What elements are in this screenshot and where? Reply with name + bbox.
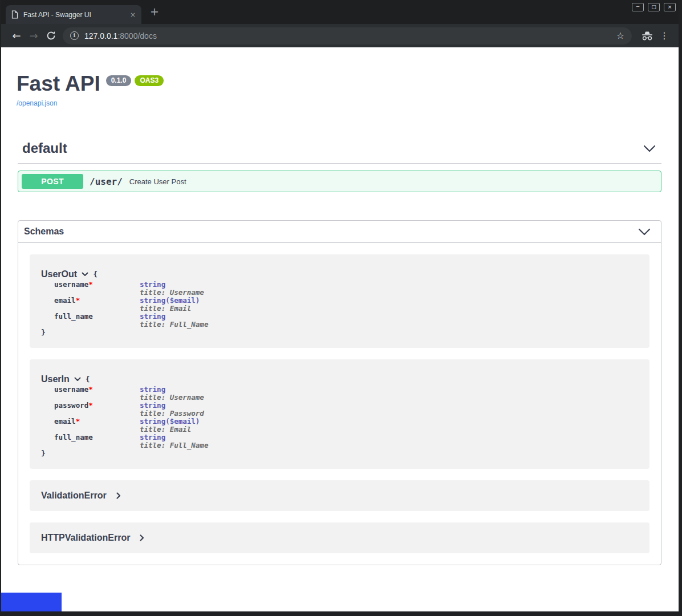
schemas-section: Schemas UserOut { [18, 220, 661, 565]
schema-name: ValidationError [41, 491, 107, 501]
property-name: full_name [54, 313, 140, 329]
schema-property: email* string($email)title: Email [54, 418, 638, 433]
url-host: 127.0.0.1 [84, 31, 117, 40]
api-info: Fast API 0.1.0 OAS3 [17, 72, 663, 95]
schema-property: full_name stringtitle: Full_Name [54, 313, 638, 329]
schema-name: HTTPValidationError [41, 533, 130, 543]
url-path: :8000/docs [117, 31, 157, 40]
page-title: Fast API [17, 72, 100, 95]
tab-title: Fast API - Swagger UI [23, 11, 125, 19]
open-brace: { [93, 270, 98, 278]
schema-property: full_name stringtitle: Full_Name [54, 433, 638, 449]
property-name: full_name [54, 433, 140, 449]
property-type: string [140, 313, 208, 321]
required-star: * [88, 385, 93, 394]
property-title: title: Username [140, 289, 204, 297]
bookmark-star-icon[interactable]: ☆ [616, 30, 624, 41]
schema-card-httpvalidationerror[interactable]: HTTPValidationError [30, 522, 649, 553]
openapi-spec-link[interactable]: /openapi.json [17, 99, 57, 107]
chevron-right-icon [116, 492, 121, 499]
address-bar[interactable]: i 127.0.0.1:8000/docs ☆ [63, 27, 632, 44]
close-brace: } [41, 449, 638, 457]
reload-button[interactable] [42, 31, 59, 40]
property-title: title: Full_Name [140, 321, 208, 329]
titlebar: Fast API - Swagger UI × + ─ □ × [1, 0, 679, 24]
endpoint-path: /user/ [90, 176, 123, 187]
status-indicator [1, 593, 62, 611]
property-name: username* [54, 386, 140, 402]
incognito-icon [641, 31, 653, 41]
maximize-button[interactable]: □ [648, 3, 660, 11]
required-star: * [88, 280, 93, 289]
window-controls: ─ □ × [632, 3, 676, 11]
property-title: title: Username [140, 394, 204, 402]
endpoint-post-user[interactable]: POST /user/ Create User Post [18, 171, 661, 192]
schema-card-userin: UserIn { username* stringtitle: Username [30, 359, 649, 469]
chevron-right-icon [140, 534, 144, 541]
schema-properties: username* stringtitle: Username email* s… [54, 281, 638, 329]
property-title: title: Password [140, 410, 204, 418]
schema-toggle-userout[interactable]: UserOut { [41, 269, 638, 279]
schemas-title: Schemas [24, 226, 64, 237]
close-brace: } [41, 329, 638, 337]
property-title: title: Full_Name [140, 441, 208, 449]
endpoint-summary: Create User Post [129, 177, 186, 186]
schema-property: username* stringtitle: Username [54, 386, 638, 402]
forward-button[interactable]: → [25, 30, 42, 42]
chevron-down-icon [74, 377, 81, 382]
tab-close-icon[interactable]: × [130, 11, 136, 19]
schema-property: username* stringtitle: Username [54, 281, 638, 297]
property-title: title: Email [140, 305, 200, 313]
property-type: string [140, 386, 204, 394]
page-content: Fast API 0.1.0 OAS3 /openapi.json defaul… [1, 47, 679, 611]
schema-property: email* string($email)title: Email [54, 297, 638, 313]
chevron-down-icon [638, 228, 651, 236]
required-star: * [76, 296, 80, 305]
schema-toggle-userin[interactable]: UserIn { [41, 374, 638, 384]
property-type: string($email) [140, 297, 200, 305]
property-type: string [140, 402, 204, 410]
oas3-badge: OAS3 [135, 75, 164, 86]
close-button[interactable]: × [664, 3, 676, 11]
badges: 0.1.0 OAS3 [106, 75, 164, 86]
schemas-body: UserOut { username* stringtitle: Usernam… [18, 243, 661, 553]
schemas-header[interactable]: Schemas [18, 221, 661, 243]
version-badge: 0.1.0 [106, 75, 132, 86]
chevron-down-icon [643, 145, 656, 152]
tag-header-default[interactable]: default [18, 140, 661, 164]
browser-menu-button[interactable]: ⋮ [657, 30, 672, 41]
property-name: username* [54, 281, 140, 297]
schema-properties: username* stringtitle: Username password… [54, 386, 638, 449]
page-info-icon[interactable]: i [70, 31, 79, 40]
browser-toolbar: ← → i 127.0.0.1:8000/docs ☆ ⋮ [1, 24, 679, 47]
schema-card-userout: UserOut { username* stringtitle: Usernam… [30, 254, 649, 348]
browser-tab[interactable]: Fast API - Swagger UI × [6, 5, 141, 24]
page-favicon-icon [11, 10, 18, 19]
browser-window: Fast API - Swagger UI × + ─ □ × ← → i 12… [0, 0, 682, 616]
minimize-button[interactable]: ─ [632, 3, 644, 11]
chevron-down-icon [82, 272, 88, 277]
url-text: 127.0.0.1:8000/docs [84, 31, 157, 40]
property-name: email* [54, 297, 140, 313]
property-type: string [140, 433, 208, 441]
http-method-badge: POST [22, 174, 83, 189]
required-star: * [76, 417, 80, 425]
property-type: string [140, 281, 204, 289]
schema-name: UserOut [41, 269, 77, 279]
back-button[interactable]: ← [8, 30, 25, 42]
property-type: string($email) [140, 418, 200, 425]
property-name: password* [54, 402, 140, 418]
reload-icon [46, 31, 56, 40]
tag-name: default [22, 140, 67, 156]
property-title: title: Email [140, 425, 200, 433]
required-star: * [88, 401, 93, 410]
schema-card-validationerror[interactable]: ValidationError [30, 480, 649, 511]
schema-property: password* stringtitle: Password [54, 402, 638, 418]
open-brace: { [86, 375, 90, 383]
property-name: email* [54, 418, 140, 433]
tag-section-default: default POST /user/ Create User Post [18, 140, 661, 192]
new-tab-button[interactable]: + [147, 5, 162, 19]
schema-name: UserIn [41, 374, 70, 384]
